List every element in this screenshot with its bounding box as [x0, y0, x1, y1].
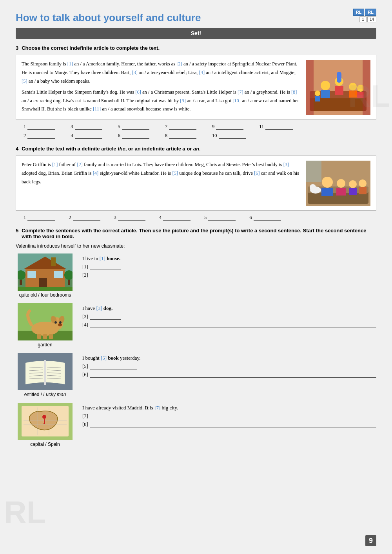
q4-ans-5: 5	[204, 215, 207, 221]
dog-sentence: I have [3] dog.	[82, 305, 376, 311]
rl-num-1: 1	[359, 16, 367, 22]
question-4-textbox: Peter Griffin is [1] father of [2] famil…	[16, 156, 376, 211]
item-house-row: quite old / four bedrooms I live in [1] …	[16, 253, 376, 298]
svg-rect-7	[337, 72, 341, 83]
answer-blank-5[interactable]	[122, 124, 149, 130]
dog-image-block: garden	[16, 303, 74, 348]
house-input-1[interactable]	[90, 264, 121, 270]
question-3-instruction: Choose the correct indefinite article to…	[22, 45, 160, 51]
answer-blank-10[interactable]	[219, 133, 246, 139]
q4-ans-1: 1	[24, 215, 26, 221]
map-bracket-label-1: [7]	[82, 413, 88, 419]
answer-blank-4[interactable]	[75, 133, 102, 139]
ans-num-4: 4	[71, 133, 73, 139]
bracket-7: [7]	[238, 89, 243, 95]
question-5-block: 5 Complete the sentences with the correc…	[16, 228, 376, 447]
q4-blank-1[interactable]	[27, 215, 55, 221]
svg-rect-24	[349, 188, 357, 195]
watermark-right: RL	[348, 78, 390, 114]
q4-answer-row: 1 2 3 4 5 6	[24, 215, 376, 221]
q4-blank-4[interactable]	[163, 215, 191, 221]
rl-badges: RL RL 1 14	[353, 9, 376, 22]
book-input-1[interactable]	[90, 364, 137, 369]
house-bracket-label-2: [2]	[82, 272, 88, 278]
set-bar: Set!	[16, 28, 376, 39]
dog-image	[18, 303, 73, 340]
svg-point-74	[42, 415, 46, 419]
question-3-number: 3	[16, 45, 18, 51]
book-image-block: entitled / Lucky man	[16, 353, 74, 397]
dog-fill-2: [4]	[82, 322, 376, 328]
answer-blank-2[interactable]	[27, 133, 55, 139]
ans-num-3: 3	[71, 124, 73, 130]
map-sentence: I have already visited Madrid. It is [7]…	[82, 405, 376, 411]
book-sentence: I bought [5] book yesterday.	[82, 355, 376, 361]
svg-rect-13	[315, 96, 320, 101]
svg-rect-6	[335, 86, 343, 95]
item-book-row: entitled / Lucky man I bought [5] book y…	[16, 353, 376, 397]
q4-ans-4: 4	[159, 215, 162, 221]
q4-blank-6[interactable]	[254, 215, 281, 221]
item-map-row: capital / Spain I have already visited M…	[16, 403, 376, 447]
answer-blank-8[interactable]	[169, 133, 196, 139]
answer-blank-11[interactable]	[265, 124, 293, 130]
svg-point-23	[349, 180, 357, 188]
dog-fill-1: [3]	[82, 314, 376, 320]
q4-bracket-3: [3]	[283, 162, 289, 167]
q4-blank-2[interactable]	[73, 215, 100, 221]
svg-rect-67	[44, 360, 46, 385]
answer-blank-3[interactable]	[75, 124, 102, 130]
house-input-2[interactable]	[90, 273, 376, 278]
svg-point-50	[54, 321, 57, 324]
question-4-block: 4 Complete the text with a definite arti…	[16, 146, 376, 221]
q4-bracket-1: [1]	[52, 162, 58, 167]
q5-bracket-5: [5]	[101, 355, 107, 361]
question-4-number: 4	[16, 146, 18, 152]
answer-row-2: 2 4 6 8 10	[24, 133, 376, 139]
book-fill-2: [6]	[82, 372, 376, 378]
dog-input-1[interactable]	[90, 314, 121, 320]
rl-badge-1: RL	[353, 9, 365, 16]
dog-input-2[interactable]	[90, 322, 376, 328]
bracket-9: [9]	[180, 98, 186, 103]
dog-label: garden	[38, 342, 52, 348]
q4-blank-5[interactable]	[208, 215, 236, 221]
svg-rect-35	[27, 271, 36, 278]
bracket-10: [10]	[232, 98, 241, 103]
page-number: 9	[365, 535, 376, 546]
book-input-2[interactable]	[90, 372, 376, 378]
svg-rect-20	[321, 188, 333, 196]
house-bracket-label-1: [1]	[82, 264, 88, 270]
svg-point-21	[337, 179, 345, 188]
svg-rect-26	[359, 187, 367, 194]
answer-blank-6[interactable]	[122, 133, 149, 139]
svg-point-12	[315, 91, 320, 96]
map-input-1[interactable]	[90, 414, 133, 419]
answer-blank-7[interactable]	[169, 124, 196, 130]
house-fill-2: [2]	[82, 272, 376, 278]
svg-point-19	[322, 177, 333, 188]
map-label: capital / Spain	[30, 442, 60, 447]
house-image-block: quite old / four bedrooms	[16, 253, 74, 298]
svg-rect-42	[18, 287, 73, 291]
ans-num-5: 5	[118, 124, 120, 130]
q4-blank-3[interactable]	[118, 215, 145, 221]
question-5-instruction: Complete the sentences with the correct …	[22, 228, 376, 239]
article-a: a	[183, 146, 185, 152]
q4-ans-3: 3	[114, 215, 116, 221]
svg-rect-29	[306, 161, 321, 182]
answer-blank-1[interactable]	[27, 124, 55, 130]
ans-num-11: 11	[259, 124, 264, 130]
house-fill-1: [1]	[82, 264, 376, 270]
svg-point-51	[59, 321, 62, 324]
map-input-2[interactable]	[90, 422, 376, 427]
ans-num-8: 8	[165, 133, 167, 139]
watermark-left: RL	[4, 494, 46, 530]
answer-blank-9[interactable]	[216, 124, 243, 130]
map-bracket-label-2: [8]	[82, 422, 88, 427]
map-fill-2: [8]	[82, 422, 376, 427]
valentina-intro: Valentina introduces herself to her new …	[16, 243, 376, 249]
ans-num-10: 10	[212, 133, 217, 139]
svg-rect-36	[54, 271, 63, 278]
house-content: I live in [1] house. [1] [2]	[82, 253, 376, 281]
